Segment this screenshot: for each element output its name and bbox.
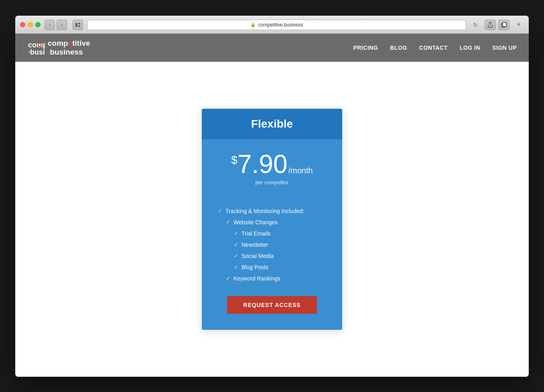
reload-button[interactable]: ↻ (470, 20, 481, 30)
close-button[interactable] (20, 22, 25, 27)
address-bar[interactable]: 🔒 competitive.business (87, 20, 466, 30)
feature-social-media: ✓ Social Media (218, 250, 326, 262)
feature-tracking: ✓ Tracking & Monitoring Included: (218, 205, 326, 217)
check-icon: ✓ (226, 275, 230, 281)
forward-button[interactable]: › (57, 20, 67, 30)
lock-icon: 🔒 (250, 22, 256, 27)
feature-label: Social Media (242, 253, 274, 259)
logo[interactable]: comp ·business competitive ·business (27, 39, 90, 57)
feature-label: Website Changes (233, 219, 278, 225)
pricing-card: Flexible $ 7.90 /month per competitor ✓ (202, 109, 342, 330)
svg-rect-4 (503, 22, 506, 26)
svg-rect-0 (75, 23, 77, 27)
price-number: 7.90 (237, 151, 288, 177)
logo-icon: comp ·business (27, 39, 45, 57)
check-icon: ✓ (234, 242, 238, 248)
website: comp ·business competitive ·business PRI… (15, 34, 529, 377)
check-icon: ✓ (234, 253, 238, 259)
browser-chrome: ‹ › 🔒 competitive.business ↻ (15, 16, 529, 34)
back-button[interactable]: ‹ (45, 20, 55, 30)
nav-signup[interactable]: SIGN UP (492, 45, 517, 51)
cta-section: REQUEST ACCESS (218, 296, 326, 314)
url-text: competitive.business (258, 22, 303, 28)
share-button[interactable] (485, 20, 496, 30)
card-body: $ 7.90 /month per competitor ✓ Tracking … (202, 139, 342, 330)
price-section: $ 7.90 /month per competitor (218, 151, 326, 193)
nav-buttons: ‹ › (45, 20, 67, 30)
check-icon: ✓ (234, 230, 238, 236)
reader-mode-button[interactable] (73, 20, 83, 30)
logo-text-line1: competitive (48, 39, 90, 48)
features-list: ✓ Tracking & Monitoring Included: ✓ Webs… (218, 205, 326, 284)
nav-pricing[interactable]: PRICING (353, 45, 378, 51)
site-navigation: comp ·business competitive ·business PRI… (15, 34, 529, 62)
svg-rect-1 (78, 23, 80, 24)
feature-label: Trial Emails (242, 230, 271, 237)
price-dollar: $ (231, 154, 237, 166)
new-tab-button[interactable]: + (514, 20, 524, 30)
card-header: Flexible (202, 109, 342, 139)
feature-trial-emails: ✓ Trial Emails (218, 228, 326, 239)
duplicate-button[interactable] (498, 20, 509, 30)
nav-blog[interactable]: BLOG (390, 45, 407, 51)
browser-window: ‹ › 🔒 competitive.business ↻ (15, 16, 529, 377)
maximize-button[interactable] (35, 22, 41, 27)
svg-text:comp: comp (28, 41, 45, 49)
card-title: Flexible (211, 118, 333, 130)
logo-text-line2: ·business (48, 48, 90, 57)
request-access-button[interactable]: REQUEST ACCESS (227, 296, 317, 314)
svg-point-8 (39, 44, 41, 46)
check-icon: ✓ (226, 219, 230, 225)
nav-login[interactable]: LOG IN (460, 45, 480, 51)
minimize-button[interactable] (28, 22, 33, 27)
feature-label: Tracking & Monitoring Included: (225, 208, 304, 214)
price-sub: per competitor (218, 179, 326, 185)
browser-actions (485, 20, 509, 30)
price-amount: $ 7.90 /month (218, 151, 326, 177)
feature-website-changes: ✓ Website Changes (218, 217, 326, 228)
svg-text:·business: ·business (28, 48, 45, 56)
feature-newsletter: ✓ Newsletter (218, 239, 326, 250)
check-icon: ✓ (234, 264, 238, 270)
nav-links: PRICING BLOG CONTACT LOG IN SIGN UP (353, 45, 517, 51)
feature-blog-posts: ✓ Blog Posts (218, 262, 326, 273)
check-icon: ✓ (218, 208, 222, 214)
site-content: Flexible $ 7.90 /month per competitor ✓ (15, 62, 529, 377)
feature-label: Blog Posts (242, 264, 268, 270)
feature-keyword-rankings: ✓ Keyword Rankings (218, 273, 326, 284)
feature-label: Newsletter (242, 242, 268, 248)
price-period: /month (288, 167, 313, 175)
traffic-lights (20, 22, 41, 27)
svg-rect-2 (78, 25, 80, 27)
feature-label: Keyword Rankings (233, 275, 280, 282)
nav-contact[interactable]: CONTACT (419, 45, 448, 51)
